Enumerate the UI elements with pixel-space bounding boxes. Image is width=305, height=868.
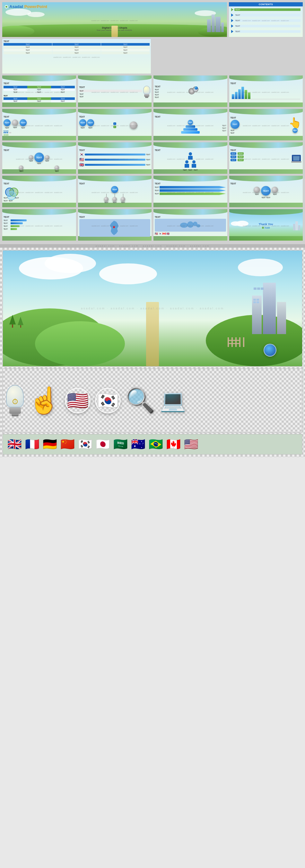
eq-box: =	[113, 126, 116, 128]
slide-11-hand[interactable]: TEXT TEXT TEXT TEXT 👆 TEXT asadal.com · …	[229, 108, 303, 141]
small-flag-de: 🇩🇪	[43, 437, 57, 451]
t2-h2: TEXT	[27, 86, 51, 88]
slide-2-contents[interactable]: CONTENTS TEXT TEXT TEXT	[229, 2, 303, 37]
cell-8: TEXT	[52, 52, 101, 54]
cell-4: TEXT	[3, 49, 52, 52]
big-preview-watermark: asadal.com · asadal.com · asadal.com · a…	[3, 307, 302, 310]
slide-4-table2[interactable]: TEXT TEXT TEXT TEXT TEXTTEXTTEXT TEXTTEX…	[2, 75, 76, 107]
t2-c8: TEXT	[27, 100, 51, 102]
f13-t2: TEXT	[146, 159, 150, 161]
slide-18-arrows[interactable]: TEXT TEXT TEXT TEXT	[153, 176, 228, 208]
slide-17-flow[interactable]: TEXT TEXT TEXT	[78, 176, 152, 208]
slide4-text2: TEXT	[3, 95, 75, 97]
flag-kr-icon: 🇰🇷	[79, 152, 84, 157]
slide-16-venn[interactable]: TEXT TEXT TEXT TEXT TEXT asadal.com · as…	[2, 176, 76, 208]
lyr1: TEXT	[222, 124, 226, 127]
slide-3-table[interactable]: TEXT TEXT TEXT TEXT TEXT TEXT TEXT TEXT …	[2, 38, 151, 74]
slide-13-flags[interactable]: TEXT 🇰🇷 TEXT 🇺🇸 TEXT 🇬🇧 TEXT	[78, 142, 152, 174]
slide9-label: TEXT	[79, 116, 112, 118]
hand-icon: 👆	[289, 118, 302, 128]
slide-15-laptop[interactable]: TEXT TEXT TEXT TEXT TEXT TEXT TEXT	[229, 142, 303, 174]
slide-10-layers[interactable]: TEXT TEXT TEXT TEXT TEXT asada	[153, 108, 228, 141]
t2-c6: TEXT	[51, 91, 75, 93]
wm-flag1: 🇺🇸	[155, 232, 158, 235]
watermark-1: asadal.com · asadal.com · asadal.com · a…	[2, 20, 227, 22]
table-header-2: TEXT	[52, 43, 101, 45]
slide-1-hero[interactable]: Asadal PowerPoint Digital Dream Utopia S…	[2, 2, 227, 37]
slide-22-world-map[interactable]: TEXT 🇺🇸 🇰🇷 🇨🇦	[153, 209, 228, 241]
slide-grid-section: Asadal PowerPoint Digital Dream Utopia S…	[0, 0, 305, 244]
r19-t1: TEXT	[255, 193, 259, 195]
slide10-label: TEXT	[155, 116, 226, 118]
s5-t2: TEXT	[79, 93, 142, 95]
c12-main: TEXT	[34, 153, 44, 162]
slide-12-network[interactable]: TEXT TEXT TEXT TEXT TEXT	[2, 142, 76, 174]
slide-5-bulb[interactable]: TEXT TEXT TEXT TEXT asadal.com ·	[78, 75, 152, 107]
watermark-3: asadal.com · asadal.com · asadal.com · a…	[2, 56, 151, 58]
flow-l	[104, 197, 108, 202]
l15-t5: TEXT	[238, 155, 244, 158]
flow-c	[112, 197, 117, 202]
t2-h4: TEXT	[3, 97, 27, 100]
f13-t1: TEXT	[146, 154, 150, 155]
t2-c3: TEXT	[51, 88, 75, 91]
row-sp2	[272, 187, 278, 193]
contents-item-4: TEXT	[234, 25, 301, 27]
slide21-label: TEXT	[79, 216, 150, 218]
fl-t1: TEXT	[104, 202, 108, 203]
t2-c9: TEXT	[51, 100, 75, 102]
cell-9: TEXT	[101, 52, 149, 54]
small-flag-us2: 🇺🇸	[184, 437, 198, 451]
n12-t1: TEXT	[29, 160, 33, 162]
ar-t1: TEXT	[155, 186, 159, 188]
korea-map	[79, 219, 150, 237]
hb-t2: TEXT	[3, 222, 10, 224]
svg-point-1	[191, 90, 193, 93]
p14-l1: TEXT	[183, 169, 187, 171]
c2-lbl: TEXT	[21, 127, 25, 129]
slide-21-korea-map[interactable]: TEXT asadal.com · asadal.com · asadal.co…	[78, 209, 152, 241]
svg-point-5	[113, 226, 115, 228]
slide-7-bars[interactable]: TEXT asadal.com · asadal.com · asadal.co…	[229, 75, 303, 107]
thankyou-label: Thank You	[259, 223, 273, 226]
t2-h1: TEXT	[3, 86, 27, 88]
slide-23-thankyou[interactable]: Thank You Asadal asadal.com · asadal.com…	[229, 209, 303, 241]
v16-l1: TEXT	[3, 200, 8, 202]
slide-8-sphere[interactable]: TEXT TEXT TEXT TEXT TEXT TEXT	[2, 108, 76, 141]
sphere-result	[130, 121, 137, 129]
table-header-1: TEXT	[3, 43, 52, 45]
contents-item-1: TEXT	[234, 8, 301, 11]
s5-t1: TEXT	[79, 90, 142, 92]
svg-point-4	[195, 86, 198, 90]
t2-c2: TEXT	[27, 88, 51, 91]
svg-point-9	[197, 224, 200, 227]
l15-t6: TEXT	[238, 159, 244, 161]
brand-dot	[5, 5, 8, 8]
s6-t2: TEXT	[155, 91, 161, 93]
t2-h6: TEXT	[51, 97, 75, 100]
slide22-label: TEXT	[155, 216, 226, 218]
s6-t4: TEXT	[155, 96, 161, 98]
slide-19-spheres[interactable]: TEXT TEXT TEXT TEXT TEXT	[229, 176, 303, 208]
slide20-label: TEXT	[3, 216, 75, 218]
lbl-b: TEXT	[88, 127, 93, 129]
fl-t2: TEXT	[113, 202, 117, 203]
t2-c7: TEXT	[3, 100, 27, 102]
t2-c1: TEXT	[3, 88, 27, 91]
table-header-3: TEXT	[101, 43, 149, 45]
slide-20-hbars[interactable]: TEXT TEXT TEXT TEXT	[2, 209, 76, 241]
slide-9-pyramid[interactable]: TEXT TEXT TEXT TEXT TEXT	[78, 108, 152, 141]
l15-t2: TEXT	[231, 155, 237, 158]
flow-r	[121, 197, 125, 202]
v16-t2: TEXT	[15, 197, 19, 199]
flag-us-circle: 🇺🇸	[65, 388, 91, 413]
slide-6-gears[interactable]: TEXT TEXT TEXT TEXT TEXT	[153, 75, 228, 107]
sp12-2	[45, 155, 49, 160]
wm-flag3: 🇨🇦	[163, 232, 166, 235]
small-flag-jp: 🇯🇵	[96, 437, 110, 451]
contents-header: CONTENTS	[229, 2, 303, 6]
elements-strip: ☝️ 🇺🇸 🇰🇷 🔍 💻	[3, 369, 302, 433]
slide-14-people[interactable]: TEXT	[153, 142, 228, 174]
slide8-label: TEXT	[3, 116, 75, 118]
circ-a: TEXT	[79, 119, 87, 126]
